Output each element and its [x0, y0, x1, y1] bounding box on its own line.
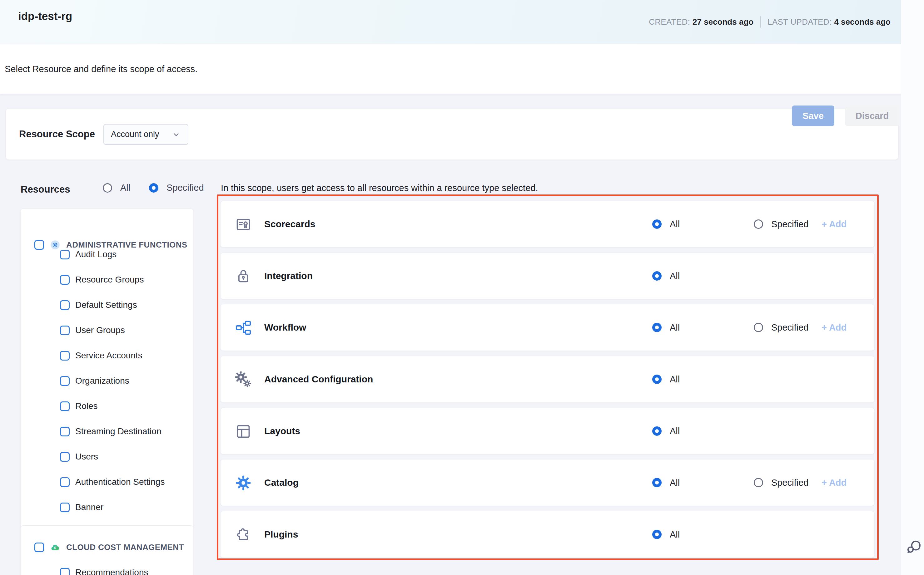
resource-scope-card: Resource Scope Account only [6, 108, 899, 160]
layouts-all-radio[interactable] [652, 426, 662, 436]
item-checkbox[interactable] [60, 376, 70, 386]
scorecards-specified-option: Specified [754, 201, 808, 247]
item-label: Audit Logs [75, 249, 116, 259]
resource-group-card-administrative-functions: ADMINISTRATIVE FUNCTIONS Audit Logs Reso… [20, 208, 194, 527]
resource-type-label: Workflow [264, 304, 306, 351]
plugins-puzzle-icon [235, 527, 252, 543]
resource-type-label: Catalog [264, 459, 299, 506]
item-checkbox[interactable] [60, 275, 70, 285]
resources-specified-radio-label: Specified [166, 183, 204, 193]
resource-type-row-workflow: Workflow All Specified + Add [220, 304, 875, 351]
specified-radio-label: Specified [771, 478, 808, 488]
created-value: 27 seconds ago [693, 17, 754, 27]
resource-item-recommendations: Recommendations [60, 567, 148, 575]
group-checkbox[interactable] [34, 543, 44, 552]
item-checkbox[interactable] [60, 402, 70, 411]
svg-text:$: $ [54, 546, 56, 550]
resource-type-row-layouts: Layouts All [220, 408, 875, 454]
resource-type-row-catalog: Catalog All Specified + Add [220, 459, 875, 506]
scorecards-all-radio[interactable] [652, 219, 662, 229]
specified-radio-label: Specified [771, 219, 808, 229]
item-checkbox[interactable] [60, 477, 70, 487]
page-title: idp-test-rg [18, 10, 72, 22]
resources-all-radio[interactable] [103, 183, 112, 192]
advanced-configuration-gears-icon [235, 372, 252, 388]
meta-info: CREATED:27 seconds ago LAST UPDATED:4 se… [649, 0, 891, 44]
toolbar: Select Resource and define its scope of … [0, 44, 901, 94]
resource-type-row-scorecards: Scorecards All Specified + Add [220, 201, 875, 248]
toolbar-description: Select Resource and define its scope of … [5, 44, 198, 94]
group-checkbox[interactable] [34, 240, 44, 250]
resource-type-row-advanced-configuration: Advanced Configuration All [220, 356, 875, 403]
scorecards-specified-radio[interactable] [754, 219, 763, 229]
item-label: Roles [75, 401, 98, 411]
resources-all-radio-label: All [120, 183, 130, 193]
meta-divider [760, 16, 761, 28]
workflow-all-radio[interactable] [652, 323, 662, 332]
item-label: Users [75, 452, 98, 462]
resource-type-label: Layouts [264, 408, 300, 454]
item-checkbox[interactable] [60, 326, 70, 335]
specified-radio-label: Specified [771, 322, 808, 333]
item-checkbox[interactable] [60, 427, 70, 437]
item-checkbox[interactable] [60, 250, 70, 259]
resource-item-authentication-settings: Authentication Settings [60, 477, 165, 487]
catalog-add-link[interactable]: + Add [822, 459, 846, 506]
resource-item-resource-groups: Resource Groups [60, 275, 144, 285]
group-header: ADMINISTRATIVE FUNCTIONS [34, 240, 187, 250]
integration-lock-icon [235, 268, 252, 284]
admin-functions-icon [50, 240, 60, 250]
all-radio-label: All [670, 271, 680, 281]
all-radio-label: All [670, 374, 680, 384]
resource-type-row-integration: Integration All [220, 253, 875, 299]
resource-scope-dropdown[interactable]: Account only [104, 124, 188, 145]
item-checkbox[interactable] [60, 452, 70, 462]
workflow-all-option: All [652, 304, 680, 351]
group-name: CLOUD COST MANAGEMENT [66, 543, 184, 552]
group-name: ADMINISTRATIVE FUNCTIONS [66, 240, 187, 250]
item-checkbox[interactable] [60, 351, 70, 361]
all-radio-label: All [670, 219, 680, 229]
scorecards-add-link[interactable]: + Add [822, 201, 846, 247]
item-checkbox[interactable] [60, 503, 70, 512]
workflow-icon [235, 320, 252, 336]
resource-item-organizations: Organizations [60, 376, 129, 386]
resource-type-label: Advanced Configuration [264, 356, 373, 402]
workflow-specified-radio[interactable] [754, 323, 763, 332]
plugins-all-option: All [652, 511, 680, 558]
save-button[interactable]: Save [792, 105, 834, 126]
integration-all-radio[interactable] [652, 271, 662, 281]
all-radio-label: All [670, 426, 680, 437]
layouts-icon [235, 423, 252, 440]
advanced-configuration-all-radio[interactable] [652, 375, 662, 384]
item-checkbox[interactable] [60, 568, 70, 575]
catalog-specified-radio[interactable] [754, 478, 763, 487]
item-label: Authentication Settings [75, 477, 165, 487]
catalog-all-option: All [652, 459, 680, 506]
layouts-all-option: All [652, 408, 680, 454]
group-header: $ CLOUD COST MANAGEMENT [34, 543, 184, 552]
discard-button[interactable]: Discard [845, 105, 899, 126]
advanced-configuration-all-option: All [652, 356, 680, 402]
item-label: Service Accounts [75, 351, 142, 361]
item-label: Recommendations [75, 567, 148, 575]
plugins-all-radio[interactable] [652, 530, 662, 539]
scope-description: In this scope, users get access to all r… [221, 183, 538, 193]
resources-mode-radios: AllSpecified [103, 183, 215, 193]
chevron-down-icon [172, 130, 181, 139]
scorecards-all-option: All [652, 201, 680, 247]
resource-item-service-accounts: Service Accounts [60, 351, 142, 361]
resources-specified-radio[interactable] [149, 183, 158, 192]
all-radio-label: All [670, 529, 680, 540]
workflow-add-link[interactable]: + Add [822, 304, 846, 351]
updated-label: LAST UPDATED:4 seconds ago [768, 17, 891, 27]
item-label: User Groups [75, 325, 125, 335]
resource-item-audit-logs: Audit Logs [60, 249, 116, 259]
catalog-all-radio[interactable] [652, 478, 662, 487]
resource-item-streaming-destination: Streaming Destination [60, 426, 161, 437]
created-label: CREATED:27 seconds ago [649, 17, 754, 27]
scorecards-icon [235, 216, 252, 233]
chat-bubbles-icon[interactable] [905, 539, 922, 556]
item-checkbox[interactable] [60, 300, 70, 310]
resource-item-roles: Roles [60, 401, 98, 411]
